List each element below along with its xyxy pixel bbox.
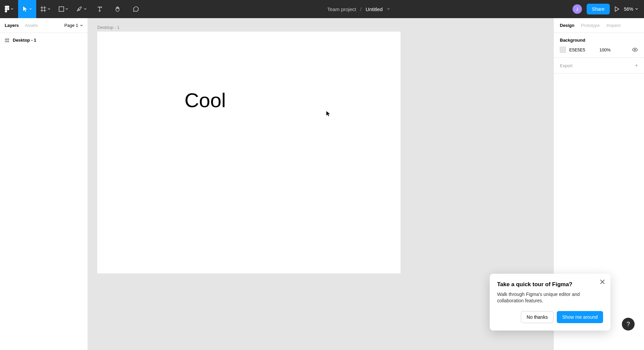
breadcrumb-separator: / [360, 6, 362, 12]
comment-tool-button[interactable] [127, 0, 145, 18]
background-section: Background E5E5E5 100% [554, 33, 644, 58]
frame-icon [40, 6, 46, 12]
tab-assets[interactable]: Assets [25, 23, 38, 28]
zoom-value: 56% [624, 6, 633, 12]
left-panel-header: Layers Assets Page 1 [0, 18, 88, 33]
chevron-down-icon [65, 8, 68, 10]
chevron-down-icon [635, 8, 638, 10]
hand-icon [115, 6, 121, 12]
file-name[interactable]: Untitled [366, 6, 383, 12]
tab-inspect[interactable]: Inspect [606, 23, 621, 28]
text-icon [97, 6, 102, 12]
left-panel-tabs: Layers Assets [5, 23, 38, 28]
page-selector[interactable]: Page 1 [64, 23, 83, 28]
pen-tool-button[interactable] [72, 0, 91, 18]
tour-body: Walk through Figma's unique editor and c… [497, 291, 603, 304]
help-button[interactable]: ? [622, 318, 635, 331]
share-button[interactable]: Share [587, 4, 610, 14]
background-section-title: Background [560, 38, 638, 43]
cursor-icon [22, 6, 28, 12]
svg-point-0 [7, 8, 9, 10]
bg-opacity-value[interactable]: 100% [599, 47, 629, 52]
tab-layers[interactable]: Layers [5, 23, 19, 28]
toolbar-right: J Share 56% [573, 4, 644, 14]
frame-icon [5, 38, 9, 43]
zoom-control[interactable]: 56% [624, 6, 638, 12]
cursor-pointer-icon [326, 111, 331, 117]
page-label: Page 1 [64, 23, 78, 28]
left-panel: Layers Assets Page 1 Desktop - 1 [0, 18, 88, 350]
avatar-initial: J [576, 7, 578, 12]
toolbar-left [0, 0, 145, 18]
chevron-down-icon [48, 8, 50, 10]
export-row: Export + [560, 62, 638, 69]
export-section-title: Export [560, 63, 573, 68]
chevron-down-icon [11, 8, 13, 10]
layers-list: Desktop - 1 [0, 33, 88, 47]
color-swatch[interactable] [560, 47, 566, 53]
frame-label[interactable]: Desktop - 1 [97, 25, 119, 30]
right-panel-tabs: Design Prototype Inspect [554, 18, 644, 33]
tour-close-button[interactable] [600, 279, 605, 285]
toolbar: Team project / Untitled J Share 56% [0, 0, 644, 18]
layer-row[interactable]: Desktop - 1 [0, 36, 88, 45]
chevron-down-icon [29, 8, 32, 10]
help-icon: ? [627, 321, 630, 328]
tab-design[interactable]: Design [560, 23, 574, 28]
present-button[interactable] [614, 6, 619, 12]
bg-hex-value[interactable]: E5E5E5 [569, 47, 593, 52]
export-section: Export + [554, 58, 644, 74]
chevron-down-icon [80, 24, 83, 27]
tour-title: Take a quick tour of Figma? [497, 281, 603, 288]
chevron-down-icon [84, 8, 87, 10]
svg-rect-1 [59, 7, 64, 11]
tab-prototype[interactable]: Prototype [581, 23, 600, 28]
play-icon [614, 6, 619, 12]
frame-tool-button[interactable] [36, 0, 54, 18]
toolbar-breadcrumb: Team project / Untitled [145, 6, 573, 12]
user-avatar[interactable]: J [573, 4, 582, 14]
no-thanks-button[interactable]: No thanks [521, 311, 553, 323]
chevron-down-icon[interactable] [387, 7, 390, 11]
layer-name: Desktop - 1 [13, 38, 36, 43]
text-layer[interactable]: Cool [184, 89, 226, 112]
frame-desktop-1[interactable]: Cool [97, 32, 400, 273]
pen-icon [76, 6, 83, 12]
background-row: E5E5E5 100% [560, 47, 638, 53]
move-tool-button[interactable] [18, 0, 36, 18]
text-tool-button[interactable] [91, 0, 109, 18]
svg-point-2 [634, 49, 636, 50]
tour-actions: No thanks Show me around [497, 311, 603, 323]
figma-logo-icon [5, 6, 9, 12]
rectangle-icon [59, 6, 64, 12]
show-me-around-button[interactable]: Show me around [557, 311, 603, 323]
tour-popup: Take a quick tour of Figma? Walk through… [490, 274, 610, 331]
team-name[interactable]: Team project [327, 6, 356, 12]
canvas[interactable]: Desktop - 1 Cool [88, 18, 553, 350]
close-icon [600, 279, 605, 285]
comment-icon [133, 6, 139, 12]
visibility-icon[interactable] [632, 48, 638, 52]
hand-tool-button[interactable] [109, 0, 127, 18]
main-menu-button[interactable] [0, 0, 18, 18]
shape-tool-button[interactable] [54, 0, 72, 18]
add-export-button[interactable]: + [635, 62, 638, 69]
